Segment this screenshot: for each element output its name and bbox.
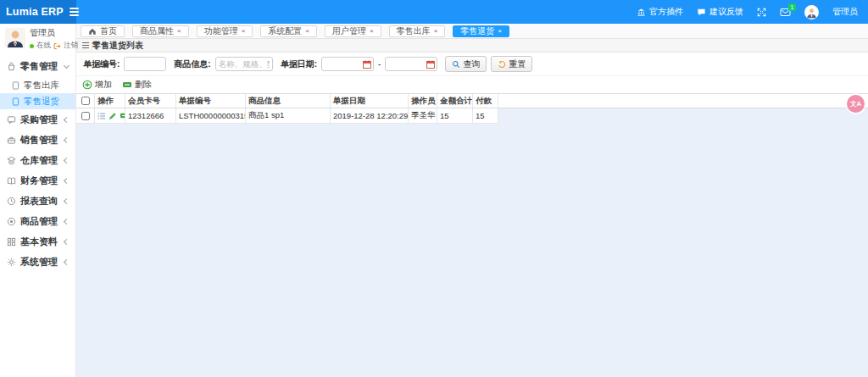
column-header-member-card[interactable]: 会员卡号	[125, 94, 176, 108]
menu-label: 商品管理	[20, 215, 58, 228]
member-card-cell: 12312666	[125, 108, 176, 123]
page-title: 零售退货列表	[92, 40, 143, 52]
reset-button[interactable]: 重置	[491, 56, 532, 72]
topbar-actions: 官方插件 建议反馈 1 管理员	[637, 5, 868, 19]
fullscreen-toggle-icon[interactable]	[757, 8, 766, 17]
add-button[interactable]: 增加	[82, 79, 112, 91]
chevron-left-icon	[64, 136, 70, 142]
tab-retail-return[interactable]: 零售退货 ×	[453, 25, 509, 37]
app-logo: Lumia ERP	[6, 6, 64, 18]
home-icon	[88, 27, 97, 36]
close-icon[interactable]: ×	[177, 28, 181, 35]
sidebar-item-retail-return[interactable]: 零售退货	[0, 93, 75, 109]
chevron-down-icon	[64, 62, 70, 68]
filter-bar: 单据编号: 商品信息: 单据日期: - 查询 重置	[76, 53, 868, 76]
top-bar: Lumia ERP 官方插件 建议反馈 1 管理员	[0, 0, 868, 24]
brand-block: Lumia ERP	[0, 0, 76, 24]
logout-link[interactable]: 注销	[64, 41, 78, 51]
menu-label: 采购管理	[20, 114, 58, 126]
payment-cell: 15	[473, 108, 498, 123]
main-content: 首页 商品属性 × 功能管理 × 系统配置 × 用户管理 × 零售出库 ×	[76, 24, 868, 377]
column-header-product[interactable]: 商品信息	[246, 94, 331, 108]
product-cell: 商品1 sp1	[246, 108, 331, 123]
grid-toolbar: 增加 删除	[76, 76, 868, 93]
sidebar-item-purchase-management[interactable]: 采购管理	[0, 109, 75, 130]
reset-icon	[498, 60, 506, 69]
tab-home[interactable]: 首页	[81, 25, 125, 37]
search-icon	[452, 60, 460, 69]
chevron-left-icon	[64, 116, 70, 122]
calendar-icon[interactable]	[426, 60, 435, 69]
tab-product-attributes[interactable]: 商品属性 ×	[132, 25, 189, 37]
username-menu[interactable]: 管理员	[832, 6, 858, 18]
sidebar-item-report-query[interactable]: 报表查询	[0, 191, 75, 211]
sidebar-item-system-management[interactable]: 系统管理	[0, 252, 75, 272]
profile-avatar	[5, 28, 25, 48]
sidebar-item-retail-management[interactable]: 零售管理	[0, 55, 75, 77]
tab-label: 用户管理	[332, 25, 366, 37]
tab-function-management[interactable]: 功能管理 ×	[197, 25, 253, 37]
remove-icon[interactable]	[120, 112, 125, 119]
date-to-field	[385, 57, 437, 71]
sidebar-item-sales-management[interactable]: 销售管理	[0, 130, 75, 150]
menu-label: 系统管理	[20, 256, 58, 269]
tab-system-config[interactable]: 系统配置 ×	[260, 25, 317, 37]
tab-label: 系统配置	[268, 25, 302, 37]
column-header-date[interactable]: 单据日期	[331, 94, 409, 108]
feedback-label: 建议反馈	[709, 6, 743, 18]
column-header-operator[interactable]: 操作员	[409, 94, 437, 108]
close-icon[interactable]: ×	[498, 28, 502, 35]
gear-icon	[7, 258, 16, 267]
close-icon[interactable]: ×	[370, 28, 374, 35]
date-separator: -	[378, 59, 381, 69]
hamburger-icon[interactable]	[70, 8, 79, 16]
column-header-order-no[interactable]: 单据编号	[176, 94, 246, 108]
sidebar-item-warehouse-management[interactable]: 仓库管理	[0, 150, 75, 170]
order-no-label: 单据编号:	[83, 58, 120, 70]
menu-label: 仓库管理	[20, 154, 58, 167]
translate-fab-button[interactable]: 文A	[847, 95, 865, 113]
column-header-actions[interactable]: 操作	[95, 94, 125, 108]
online-dot-icon	[30, 44, 34, 48]
row-checkbox[interactable]	[81, 112, 90, 120]
amount-cell: 15	[437, 108, 473, 123]
delete-button[interactable]: 删除	[122, 79, 152, 91]
grid-icon	[7, 237, 16, 247]
menu-label: 零售退货	[24, 96, 59, 108]
sidebar-menu: 零售管理 零售出库 零售退货 采购管理 销售管理	[0, 55, 75, 272]
column-header-amount[interactable]: 金额合计	[437, 94, 473, 108]
product-info-input[interactable]	[215, 57, 273, 71]
close-icon[interactable]: ×	[242, 28, 246, 35]
tab-label: 商品属性	[140, 25, 174, 37]
list-icon	[82, 42, 89, 49]
user-avatar[interactable]	[804, 5, 819, 19]
message-count-badge: 1	[788, 3, 796, 11]
date-cell: 2019-12-28 12:20:29	[331, 108, 409, 123]
chat-square-icon	[7, 115, 16, 125]
calendar-icon[interactable]	[363, 60, 371, 69]
tab-retail-outbound[interactable]: 零售出库 ×	[389, 25, 446, 37]
edit-icon[interactable]	[108, 112, 117, 120]
chevron-left-icon	[64, 157, 70, 163]
sidebar-item-retail-outbound[interactable]: 零售出库	[0, 77, 75, 93]
close-icon[interactable]: ×	[305, 28, 309, 35]
official-plugins-link[interactable]: 官方插件	[637, 6, 683, 18]
select-all-checkbox[interactable]	[81, 97, 90, 105]
search-button[interactable]: 查询	[445, 56, 487, 72]
messages-button[interactable]: 1	[780, 8, 791, 17]
date-from-field	[321, 57, 374, 71]
document-icon	[12, 97, 19, 106]
sidebar-item-basic-data[interactable]: 基本资料	[0, 231, 75, 252]
column-header-payment[interactable]: 付款	[473, 94, 498, 108]
add-icon	[82, 80, 92, 90]
feedback-link[interactable]: 建议反馈	[697, 6, 743, 18]
close-icon[interactable]: ×	[434, 28, 438, 35]
table-row[interactable]: 12312666 LSTH00000000315 商品1 sp1 2019-12…	[76, 108, 498, 124]
sidebar-item-finance-management[interactable]: 财务管理	[0, 170, 75, 191]
chevron-left-icon	[64, 177, 70, 183]
order-no-input[interactable]	[124, 57, 166, 71]
order-date-label: 单据日期:	[281, 58, 317, 70]
sidebar-item-product-management[interactable]: 商品管理	[0, 211, 75, 231]
tab-user-management[interactable]: 用户管理 ×	[325, 25, 381, 37]
detail-icon[interactable]	[97, 112, 106, 120]
